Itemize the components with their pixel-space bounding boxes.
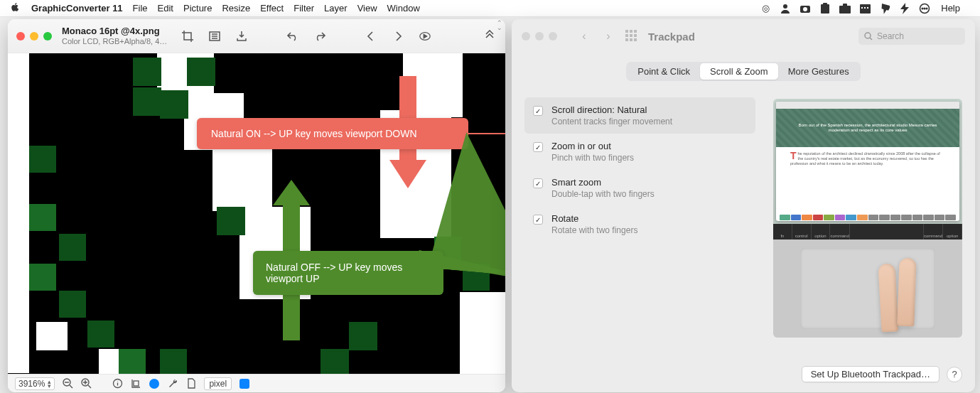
zoom-out-icon[interactable] — [62, 378, 73, 389]
window-minimize-button[interactable] — [30, 32, 38, 41]
window-zoom-button[interactable] — [43, 32, 52, 41]
checkbox-rotate[interactable]: ✓ — [533, 215, 543, 225]
window-close-button[interactable] — [16, 32, 25, 41]
svg-rect-4 — [823, 3, 827, 5]
preview-fingers — [864, 257, 942, 338]
slideshow-icon[interactable] — [419, 30, 431, 43]
show-all-prefs-icon[interactable] — [625, 30, 638, 43]
trackpad-preview: Born out of the Spanish recession, the a… — [773, 99, 962, 338]
more-icon[interactable] — [918, 2, 931, 15]
setup-bluetooth-trackpad-button[interactable]: Set Up Bluetooth Trackpad… — [802, 366, 939, 382]
svg-rect-8 — [861, 7, 863, 9]
window-close-button[interactable] — [522, 32, 530, 41]
prev-icon[interactable] — [365, 30, 377, 43]
checkbox-smart-zoom[interactable]: ✓ — [533, 178, 543, 188]
key-command: command — [830, 224, 849, 239]
trackpad-tabs: Point & Click Scroll & Zoom More Gesture… — [626, 62, 860, 81]
page-icon[interactable] — [185, 378, 197, 389]
toolbar-resize-icon[interactable]: ⌃⌄ — [497, 21, 502, 31]
calendar-icon[interactable] — [858, 2, 871, 15]
menubar-item-filter[interactable]: Filter — [294, 3, 314, 14]
redo-icon[interactable] — [313, 30, 326, 43]
expand-toolbar-icon[interactable] — [484, 30, 497, 43]
checkbox-scroll-direction[interactable]: ✓ — [533, 106, 543, 116]
scroll-zoom-options: ✓ Scroll direction: Natural Content trac… — [524, 97, 755, 242]
key-option-r: option — [943, 224, 962, 239]
menubar-item-window[interactable]: Window — [387, 3, 420, 14]
zoom-in-icon[interactable] — [80, 378, 92, 389]
target-tool-icon[interactable] — [149, 378, 160, 389]
briefcase-icon[interactable] — [839, 2, 851, 15]
menubar-item-picture[interactable]: Picture — [183, 3, 212, 14]
tab-scroll-and-zoom[interactable]: Scroll & Zoom — [700, 63, 778, 80]
tab-point-and-click[interactable]: Point & Click — [628, 63, 700, 80]
window-minimize-button[interactable] — [535, 32, 544, 41]
graphicconverter-window: Monaco 16pt @4x.png Color LCD, RGB+Alpha… — [8, 19, 505, 392]
clipboard-icon[interactable] — [819, 2, 831, 15]
menubar-app-name[interactable]: GraphicConverter 11 — [31, 3, 123, 14]
svg-rect-9 — [864, 7, 866, 9]
next-icon[interactable] — [392, 30, 404, 43]
search-icon — [864, 32, 873, 41]
search-placeholder: Search — [877, 31, 904, 41]
nav-forward-icon[interactable]: › — [601, 29, 615, 43]
key-option: option — [812, 224, 831, 239]
key-control: control — [792, 224, 812, 239]
svg-rect-10 — [867, 7, 868, 9]
gc-canvas[interactable]: Natural ON --> UP key moves viewport DOW… — [8, 53, 505, 374]
key-command-r: command — [924, 224, 943, 239]
svg-point-0 — [783, 4, 787, 9]
key-fn: fn — [773, 224, 792, 239]
target-icon[interactable]: ◎ — [759, 2, 772, 15]
camera-icon[interactable] — [799, 2, 812, 15]
zoom-level-select[interactable]: 3916% ▴▾ — [15, 377, 55, 390]
prefs-search-input[interactable]: Search — [858, 28, 965, 45]
macos-menubar: GraphicConverter 11 File Edit Picture Re… — [0, 0, 980, 17]
menubar-item-effect[interactable]: Effect — [260, 3, 284, 14]
bolt-icon[interactable] — [898, 2, 911, 15]
preview-hero-text: Born out of the Spanish recession, the a… — [776, 109, 959, 147]
svg-point-13 — [924, 8, 925, 9]
gc-statusbar: 3916% ▴▾ pixel — [8, 374, 505, 392]
option-sublabel: Double-tap with two fingers — [551, 189, 655, 199]
svg-rect-5 — [839, 6, 851, 14]
menubar-item-edit[interactable]: Edit — [158, 3, 173, 14]
svg-point-2 — [803, 7, 807, 11]
svg-point-21 — [865, 33, 871, 38]
apple-menu-icon[interactable] — [10, 2, 21, 14]
svg-point-12 — [922, 8, 923, 9]
color-indicator-icon[interactable] — [239, 378, 250, 389]
undo-icon[interactable] — [286, 30, 299, 43]
menubar-item-file[interactable]: File — [133, 3, 148, 14]
menubar-item-resize[interactable]: Resize — [222, 3, 250, 14]
svg-rect-20 — [134, 381, 139, 386]
info-icon[interactable] — [112, 378, 123, 389]
option-zoom: ✓ Zoom in or out Pinch with two fingers — [524, 134, 755, 170]
nav-back-icon[interactable]: ‹ — [577, 29, 591, 43]
frame-icon[interactable] — [130, 378, 141, 389]
crop-icon[interactable] — [181, 30, 194, 43]
gc-titlebar: Monaco 16pt @4x.png Color LCD, RGB+Alpha… — [8, 19, 505, 53]
menubar-item-view[interactable]: View — [357, 3, 377, 14]
option-sublabel: Pinch with two fingers — [551, 153, 634, 163]
wrench-icon[interactable] — [167, 378, 178, 389]
key-space — [850, 224, 924, 239]
menubar-item-layer[interactable]: Layer — [324, 3, 348, 14]
tab-more-gestures[interactable]: More Gestures — [778, 63, 859, 80]
option-sublabel: Content tracks finger movement — [551, 117, 672, 126]
svg-rect-7 — [860, 4, 871, 14]
export-icon[interactable] — [235, 30, 248, 43]
user-icon[interactable] — [779, 2, 792, 15]
menubar-item-help[interactable]: Help — [941, 3, 960, 14]
levels-icon[interactable] — [208, 30, 221, 43]
svg-point-14 — [926, 8, 927, 9]
svg-rect-6 — [843, 4, 847, 6]
window-zoom-button[interactable] — [549, 32, 557, 41]
checkbox-zoom[interactable]: ✓ — [533, 142, 543, 152]
option-sublabel: Rotate with two fingers — [551, 225, 637, 235]
unit-select[interactable]: pixel — [204, 377, 232, 390]
help-button[interactable]: ? — [947, 367, 962, 382]
option-rotate: ✓ Rotate Rotate with two fingers — [524, 206, 755, 242]
system-preferences-window: ‹ › Trackpad Search Point & Click Scroll… — [512, 19, 975, 392]
pin-icon[interactable] — [878, 2, 891, 15]
